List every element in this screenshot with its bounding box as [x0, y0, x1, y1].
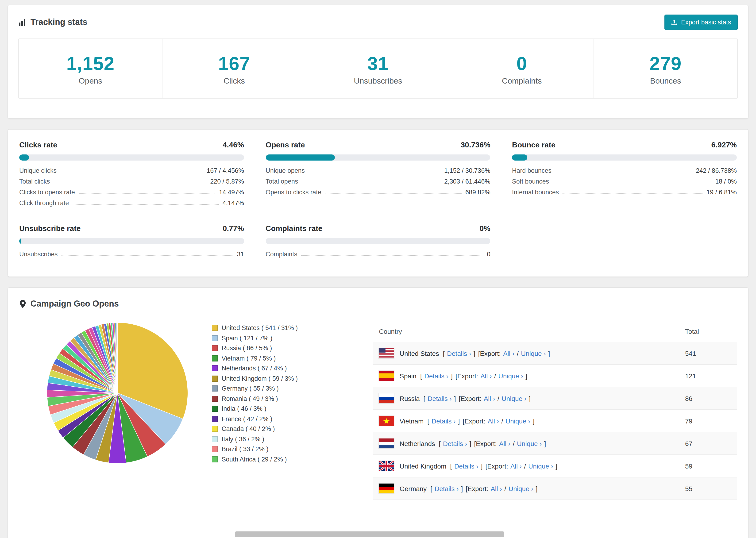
dotted-leader: [553, 183, 711, 183]
country-name: Spain: [400, 372, 416, 380]
campaign-geo-opens-title: Campaign Geo Opens: [19, 299, 737, 309]
details-link[interactable]: Details ›: [428, 395, 452, 402]
legend-color-swatch: [212, 386, 218, 392]
horizontal-scrollbar-thumb[interactable]: [235, 531, 504, 537]
dotted-leader: [54, 183, 207, 183]
geo-table-row: Spain [Details ›] [Export: All › / Uniqu…: [373, 365, 737, 387]
legend-label: Germany ( 55 / 3% ): [222, 385, 279, 392]
export-all-link[interactable]: All ›: [480, 372, 492, 380]
export-all-link[interactable]: All ›: [488, 417, 499, 425]
legend-color-swatch: [212, 355, 218, 361]
stat-label: Clicks: [162, 77, 306, 86]
bracket: ]: [481, 462, 483, 470]
country-flag-icon: [379, 416, 394, 426]
export-all-link[interactable]: All ›: [491, 485, 502, 492]
legend-label: France ( 42 / 2% ): [222, 415, 272, 422]
export-prefix: [Export:: [459, 395, 482, 402]
rate-block: Complaints rate 0% Complaints 0: [266, 224, 490, 260]
export-all-link[interactable]: All ›: [503, 350, 514, 357]
details-link[interactable]: Details ›: [435, 485, 459, 492]
export-prefix: [Export:: [456, 372, 478, 380]
geo-table-row: Netherlands [Details ›] [Export: All › /…: [373, 432, 737, 455]
legend-item: Netherlands ( 67 / 4% ): [212, 363, 330, 373]
country-column-header: Country: [379, 328, 685, 335]
geo-table-row: Germany [Details ›] [Export: All › / Uni…: [373, 477, 737, 500]
geo-content: United States ( 541 / 31% ) Spain ( 121 …: [19, 321, 737, 500]
geo-pie-chart[interactable]: [45, 321, 189, 465]
rate-stat-value: 220 / 5.87%: [210, 178, 244, 185]
rate-stat-row: Unique clicks 167 / 4.456%: [19, 165, 244, 176]
details-link[interactable]: Details ›: [432, 417, 456, 425]
legend-item: Romania ( 49 / 3% ): [212, 394, 330, 404]
legend-item: Russia ( 86 / 5% ): [212, 343, 330, 353]
export-unique-link[interactable]: Unique ›: [498, 372, 523, 380]
rate-stat-row: Unsubscribes 31: [19, 249, 244, 260]
progress-bar: [266, 238, 490, 244]
details-link[interactable]: Details ›: [424, 372, 449, 380]
stat-value: 279: [594, 53, 737, 74]
export-unique-link[interactable]: Unique ›: [517, 440, 542, 447]
slash-separator: /: [517, 350, 519, 357]
export-all-link[interactable]: All ›: [484, 395, 495, 402]
legend-item: India ( 46 / 3% ): [212, 404, 330, 414]
stat-box: 31 Unsubscribes: [306, 39, 450, 98]
rate-stat-value: 19 / 6.81%: [706, 189, 737, 196]
stat-value: 167: [162, 53, 306, 74]
slash-separator: /: [504, 485, 506, 492]
geo-table-row: United States [Details ›] [Export: All ›…: [373, 342, 737, 365]
rate-stat-row: Complaints 0: [266, 249, 490, 260]
export-basic-stats-button[interactable]: Export basic stats: [665, 15, 738, 30]
details-link[interactable]: Details ›: [443, 440, 467, 447]
legend-label: Brazil ( 33 / 2% ): [222, 446, 269, 453]
legend-item: South Africa ( 29 / 2% ): [212, 454, 330, 464]
dotted-leader: [301, 255, 483, 256]
rate-header: Complaints rate 0%: [266, 224, 490, 233]
rate-stat-row: Hard bounces 242 / 86.738%: [512, 165, 737, 176]
rate-stat-label: Total opens: [266, 178, 298, 185]
export-all-link[interactable]: All ›: [511, 462, 522, 470]
dotted-leader: [73, 204, 219, 205]
export-icon: [671, 19, 678, 26]
progress-bar: [19, 238, 244, 244]
rate-header: Unsubscribe rate 0.77%: [19, 224, 244, 233]
country-cell: Russia [Details ›] [Export: All › / Uniq…: [379, 394, 685, 403]
legend-label: Vietnam ( 79 / 5% ): [222, 355, 276, 362]
bracket: ]: [529, 395, 531, 402]
rate-stat-value: 31: [237, 251, 244, 258]
country-name: Vietnam: [400, 417, 423, 425]
rate-rows: Unique opens 1,152 / 30.736% Total opens…: [266, 165, 490, 198]
rate-header: Bounce rate 6.927%: [512, 141, 737, 149]
bracket: ]: [454, 395, 456, 402]
geo-table: Country Total United States [Details ›] …: [373, 321, 737, 500]
legend-item: Spain ( 121 / 7% ): [212, 333, 330, 343]
tracking-stats-title: Tracking stats: [18, 17, 87, 27]
export-unique-link[interactable]: Unique ›: [528, 462, 553, 470]
bracket: ]: [469, 440, 471, 447]
country-total: 55: [685, 485, 737, 492]
rate-stat-row: Opens to clicks rate 689.82%: [266, 187, 490, 198]
legend-item: Italy ( 36 / 2% ): [212, 434, 330, 444]
rate-stat-row: Total opens 2,303 / 61.446%: [266, 176, 490, 187]
stat-label: Complaints: [450, 77, 593, 86]
rate-stat-label: Hard bounces: [512, 167, 552, 174]
rate-stat-row: Internal bounces 19 / 6.81%: [512, 187, 737, 198]
export-unique-link[interactable]: Unique ›: [502, 395, 526, 402]
rate-stat-value: 14.497%: [219, 189, 244, 196]
geo-legend: United States ( 541 / 31% ) Spain ( 121 …: [212, 321, 330, 500]
details-link[interactable]: Details ›: [447, 350, 471, 357]
legend-label: United States ( 541 / 31% ): [222, 325, 298, 332]
legend-item: United Kingdom ( 59 / 3% ): [212, 373, 330, 384]
geo-pie-block: [45, 321, 189, 465]
export-all-link[interactable]: All ›: [499, 440, 511, 447]
bracket: ]: [458, 417, 460, 425]
export-unique-link[interactable]: Unique ›: [509, 485, 533, 492]
details-link[interactable]: Details ›: [454, 462, 478, 470]
geo-table-row: Russia [Details ›] [Export: All › / Uniq…: [373, 387, 737, 410]
export-unique-link[interactable]: Unique ›: [521, 350, 546, 357]
rate-stat-row: Click through rate 4.147%: [19, 198, 244, 208]
bracket: [: [439, 440, 441, 447]
legend-label: South Africa ( 29 / 2% ): [222, 456, 287, 463]
export-unique-link[interactable]: Unique ›: [506, 417, 530, 425]
rate-stat-value: 689.82%: [465, 189, 490, 196]
legend-color-swatch: [212, 325, 218, 331]
